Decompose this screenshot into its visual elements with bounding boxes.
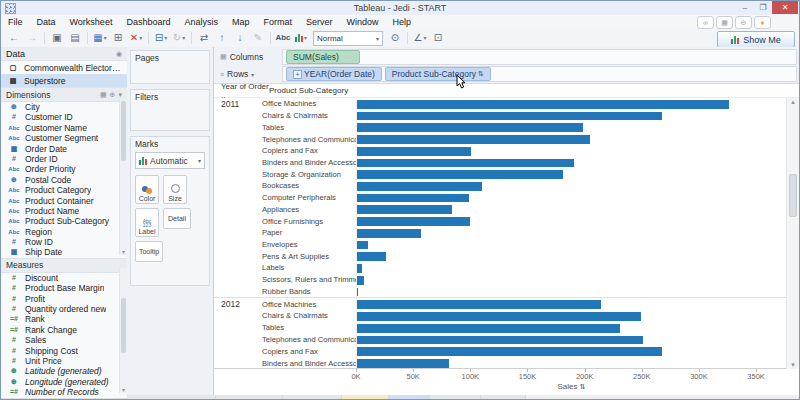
subcategory-label[interactable]: Tables [262,323,356,332]
sort-icon[interactable]: ⇅ [478,70,484,78]
dimension-field[interactable]: # Row ID [1,237,127,247]
dimension-field[interactable]: ⊕ City [1,102,127,112]
measure-field[interactable]: =# Number of Records [1,387,127,397]
sort-descending-icon[interactable]: ↓ [232,31,248,46]
close-button[interactable]: ✕ [772,1,798,14]
sales-bar[interactable] [357,324,620,333]
dimension-field[interactable]: Abc Customer Segment [1,133,127,143]
detail-button[interactable]: Detail [163,208,191,229]
pill-sum-sales[interactable]: SUM(Sales) [286,50,360,64]
chart-scrollbar[interactable]: ▴ ▾ [786,98,799,369]
measure-field[interactable]: =# Rank [1,314,127,324]
dimension-field[interactable]: Abc Product Sub-Category [1,216,127,226]
sales-bar[interactable] [357,336,643,345]
menu-item[interactable]: Dashboard [119,15,177,29]
sales-bar[interactable] [357,182,482,191]
pin-icon[interactable]: ◉ [116,50,122,58]
dimension-field[interactable]: Abc Order Priority [1,164,127,174]
rows-shelf-area[interactable]: + YEAR(Order Date) Product Sub-Category … [282,66,797,82]
sheet-tabs-strip[interactable] [127,395,799,399]
duplicate-sheet-icon[interactable]: ⊞ [110,31,126,46]
subcategory-label[interactable]: Bookcases [262,181,356,190]
menu-item[interactable]: Analysis [177,15,225,29]
subcategory-label[interactable]: Envelopes [262,240,356,249]
presentation-mode-icon[interactable]: ⊡ [430,31,446,46]
find-field-icon[interactable]: ⊕ [110,91,116,99]
dimension-field[interactable]: # Customer ID [1,112,127,122]
sales-bar[interactable] [357,123,583,132]
sort-ascending-icon[interactable]: ↑ [214,31,230,46]
year-label[interactable]: 2011 [214,99,262,109]
measure-field[interactable]: # Discount [1,273,127,283]
sales-bar[interactable] [357,312,641,321]
show-me-button[interactable]: Show Me [717,31,795,48]
dimension-field[interactable]: Abc Customer Name [1,123,127,133]
sales-bar[interactable] [357,288,358,297]
dimensions-scrollbar[interactable]: ▾ [119,99,127,255]
subcategory-label[interactable]: Storage & Organization [262,170,356,179]
subcategory-label[interactable]: Pens & Art Supplies [262,252,356,261]
sales-bar[interactable] [357,135,590,144]
measure-field[interactable]: # Shipping Cost [1,346,127,356]
dimension-field[interactable]: ▦ Ship Date [1,247,127,257]
sales-bar[interactable] [357,229,421,238]
subcategory-label[interactable]: Scissors, Rulers and Trimmers [262,275,356,284]
measures-scrollbar[interactable]: ▾ [119,268,127,393]
label-button[interactable]: Abc123 Label [135,208,159,237]
fit-select[interactable]: Normal▾ [313,31,383,46]
subcategory-label[interactable]: Paper [262,228,356,237]
subcategory-label[interactable]: Telephones and Communication [262,335,356,344]
measure-field[interactable]: ⊕ Longitude (generated) [1,377,127,387]
dimension-field[interactable]: Abc Region [1,227,127,237]
menu-item[interactable]: Format [256,15,299,29]
pill-product-sub-category[interactable]: Product Sub-Category ⇅ [385,67,491,81]
group-icon[interactable]: ⊟▾ [153,31,169,46]
dimension-field[interactable]: # Order ID [1,154,127,164]
dimension-field[interactable]: ⊕ Postal Code [1,175,127,185]
measure-field[interactable]: ⊕ Latitude (generated) [1,366,127,376]
size-button[interactable]: Size [163,175,187,204]
clear-sheet-icon[interactable]: ✕▾ [128,31,144,46]
subcategory-label[interactable]: Office Machines [262,300,356,309]
sales-bar[interactable] [357,147,471,156]
dimension-field[interactable]: Abc Product Category [1,185,127,195]
measure-field[interactable]: # Unit Price [1,356,127,366]
grid-icon[interactable]: ▦ [716,16,733,29]
view-data-icon[interactable]: ▦ [100,91,107,99]
subcategory-label[interactable]: Office Machines [262,99,356,108]
refresh-icon[interactable]: ↻▾ [171,31,187,46]
chart-type-icon[interactable]: ▾ [293,31,309,46]
color-button[interactable]: Color [135,175,159,204]
add-data-icon[interactable]: ▤ [67,31,83,46]
subcategory-label[interactable]: Binders and Binder Accessories [262,158,356,167]
measure-field[interactable]: =# Rank Change [1,325,127,335]
sales-bar[interactable] [357,300,601,309]
sales-bar[interactable] [357,112,662,121]
sales-bar[interactable] [357,159,574,168]
sales-bar[interactable] [357,170,563,179]
subcategory-label[interactable]: Computer Peripherals [262,193,356,202]
sales-bar[interactable] [357,194,469,203]
menu-item[interactable]: Map [225,15,257,29]
axis-sort-icon[interactable]: ⇅ [580,383,586,390]
tooltip-button[interactable]: Tooltip [135,241,163,262]
subcategory-label[interactable]: Copiers and Fax [262,146,356,155]
menu-item[interactable]: File [1,15,30,29]
data-source-item[interactable]: ▤ Superstore [1,74,127,87]
show-mark-labels-icon[interactable]: Abc [275,31,291,46]
menu-item[interactable]: Server [299,15,340,29]
filters-shelf[interactable]: Filters [130,89,210,131]
new-worksheet-icon[interactable]: ▦▾ [92,31,108,46]
subcategory-label[interactable]: Chairs & Chairmats [262,111,356,120]
sales-bar[interactable] [357,359,449,368]
subcategory-label[interactable]: Appliances [262,205,356,214]
expand-icon[interactable]: + [293,70,302,79]
annotate-icon[interactable]: ∠▾ [412,31,428,46]
subcategory-label[interactable]: Office Furnishings [262,217,356,226]
pages-shelf[interactable]: Pages [130,50,210,84]
subcategory-label[interactable]: Labels [262,263,356,272]
sales-bar[interactable] [357,205,452,214]
link-icon[interactable]: ∞ [697,16,714,29]
menu-item[interactable]: Worksheet [63,15,120,29]
sales-bar[interactable] [357,217,470,226]
